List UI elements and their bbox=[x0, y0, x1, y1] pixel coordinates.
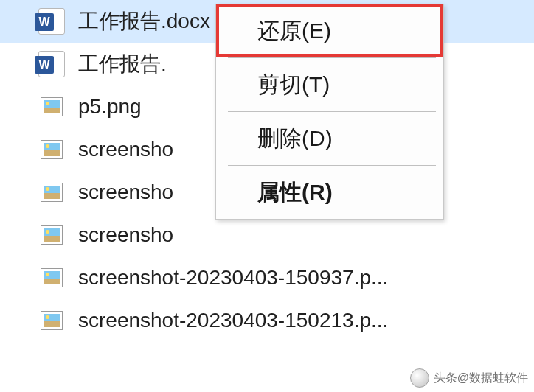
file-name: screenshot-20230403-150213.p... bbox=[78, 309, 388, 332]
file-row[interactable]: screenshot-20230403-150213.p... bbox=[0, 299, 534, 342]
avatar-icon bbox=[410, 368, 429, 388]
context-menu: 还原(E) 剪切(T) 删除(D) 属性(R) bbox=[215, 4, 444, 220]
watermark-prefix: 头条 bbox=[434, 371, 457, 384]
file-name: screensho bbox=[78, 138, 173, 161]
file-name: 工作报告.docx bbox=[78, 7, 210, 35]
image-file-icon bbox=[41, 225, 63, 245]
file-name: screensho bbox=[78, 181, 173, 204]
menu-cut[interactable]: 剪切(T) bbox=[216, 58, 443, 111]
image-file-icon bbox=[41, 183, 63, 202]
image-file-icon bbox=[41, 140, 63, 159]
menu-properties[interactable]: 属性(R) bbox=[216, 166, 443, 219]
file-name: p5.png bbox=[78, 95, 142, 119]
image-file-icon bbox=[41, 97, 63, 116]
word-file-icon bbox=[38, 8, 65, 35]
word-file-icon bbox=[38, 51, 65, 77]
file-name: 工作报告. bbox=[78, 50, 167, 78]
image-file-icon bbox=[41, 311, 63, 330]
watermark-text: 头条@数据蛙软件 bbox=[434, 371, 528, 386]
file-row[interactable]: screenshot-20230403-150937.p... bbox=[0, 256, 534, 299]
image-file-icon bbox=[41, 268, 63, 287]
file-row[interactable]: screensho bbox=[0, 214, 534, 256]
menu-restore[interactable]: 还原(E) bbox=[216, 4, 443, 57]
watermark-author: @数据蛙软件 bbox=[457, 371, 528, 384]
watermark: 头条@数据蛙软件 bbox=[410, 368, 528, 388]
menu-delete[interactable]: 删除(D) bbox=[216, 112, 443, 165]
file-name: screenshot-20230403-150937.p... bbox=[78, 266, 388, 290]
file-name: screensho bbox=[78, 223, 173, 247]
